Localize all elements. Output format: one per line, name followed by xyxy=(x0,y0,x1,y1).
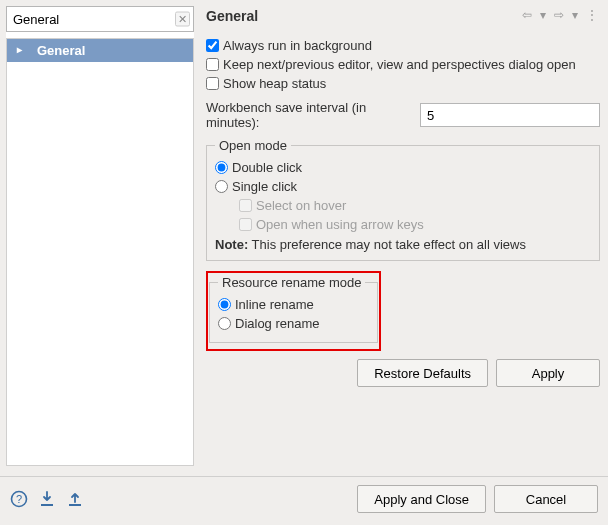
open-mode-legend: Open mode xyxy=(215,138,291,153)
sidebar: ✕ ▸ General xyxy=(6,6,194,466)
select-hover-row: Select on hover xyxy=(239,197,591,214)
cancel-button[interactable]: Cancel xyxy=(494,485,598,513)
restore-defaults-button[interactable]: Restore Defaults xyxy=(357,359,488,387)
settings-body: Always run in background Keep next/previ… xyxy=(206,34,600,476)
forward-icon[interactable]: ⇨ xyxy=(552,8,566,22)
chevron-right-icon: ▸ xyxy=(17,44,22,55)
view-menu-icon[interactable]: ⋮ xyxy=(584,8,600,22)
help-icon[interactable]: ? xyxy=(10,490,28,508)
local-button-row: Restore Defaults Apply xyxy=(206,351,600,387)
keep-dialog-checkbox[interactable] xyxy=(206,58,219,71)
select-hover-label: Select on hover xyxy=(256,197,346,214)
keep-dialog-row[interactable]: Keep next/previous editor, view and pers… xyxy=(206,56,600,73)
apply-button[interactable]: Apply xyxy=(496,359,600,387)
open-arrow-checkbox xyxy=(239,218,252,231)
main-area: ✕ ▸ General General ⇦ ▾ ⇨ ▾ ⋮ xyxy=(0,0,608,476)
back-menu-icon[interactable]: ▾ xyxy=(538,8,548,22)
single-click-label: Single click xyxy=(232,178,297,195)
double-click-label: Double click xyxy=(232,159,302,176)
double-click-row[interactable]: Double click xyxy=(215,159,591,176)
show-heap-checkbox[interactable] xyxy=(206,77,219,90)
back-icon[interactable]: ⇦ xyxy=(520,8,534,22)
category-tree[interactable]: ▸ General xyxy=(6,38,194,466)
always-run-bg-row[interactable]: Always run in background xyxy=(206,37,600,54)
preferences-window: ✕ ▸ General General ⇦ ▾ ⇨ ▾ ⋮ xyxy=(0,0,608,525)
bottom-bar: ? Apply and Close Cancel xyxy=(0,476,608,525)
select-hover-checkbox xyxy=(239,199,252,212)
single-click-row[interactable]: Single click xyxy=(215,178,591,195)
dialog-button-row: Apply and Close Cancel xyxy=(357,485,598,513)
import-icon[interactable] xyxy=(38,490,56,508)
rename-mode-legend: Resource rename mode xyxy=(218,275,365,290)
save-interval-label: Workbench save interval (in minutes): xyxy=(206,100,414,130)
show-heap-label: Show heap status xyxy=(223,75,326,92)
page-title: General xyxy=(206,8,258,24)
tree-item-label: General xyxy=(37,43,85,58)
content-pane: General ⇦ ▾ ⇨ ▾ ⋮ Always run in backgrou… xyxy=(200,0,608,476)
inline-rename-label: Inline rename xyxy=(235,296,314,313)
open-mode-note: Note: This preference may not take effec… xyxy=(215,237,591,252)
tree-item-general[interactable]: ▸ General xyxy=(7,39,193,62)
inline-rename-row[interactable]: Inline rename xyxy=(218,296,369,313)
filter-search-wrap: ✕ xyxy=(6,6,194,32)
header-toolbar: ⇦ ▾ ⇨ ▾ ⋮ xyxy=(520,8,600,22)
always-run-bg-checkbox[interactable] xyxy=(206,39,219,52)
open-mode-group: Open mode Double click Single click Sele… xyxy=(206,138,600,261)
dialog-rename-row[interactable]: Dialog rename xyxy=(218,315,369,332)
save-interval-row: Workbench save interval (in minutes): xyxy=(206,100,600,130)
save-interval-input[interactable] xyxy=(420,103,600,127)
show-heap-row[interactable]: Show heap status xyxy=(206,75,600,92)
content-header: General ⇦ ▾ ⇨ ▾ ⋮ xyxy=(206,6,600,24)
inline-rename-radio[interactable] xyxy=(218,298,231,311)
always-run-bg-label: Always run in background xyxy=(223,37,372,54)
open-arrow-row: Open when using arrow keys xyxy=(239,216,591,233)
filter-search-input[interactable] xyxy=(6,6,194,32)
clear-search-icon[interactable]: ✕ xyxy=(175,12,190,27)
keep-dialog-label: Keep next/previous editor, view and pers… xyxy=(223,56,576,73)
double-click-radio[interactable] xyxy=(215,161,228,174)
note-prefix: Note: xyxy=(215,237,248,252)
open-arrow-label: Open when using arrow keys xyxy=(256,216,424,233)
apply-close-button[interactable]: Apply and Close xyxy=(357,485,486,513)
dialog-rename-radio[interactable] xyxy=(218,317,231,330)
export-icon[interactable] xyxy=(66,490,84,508)
forward-menu-icon[interactable]: ▾ xyxy=(570,8,580,22)
note-text: This preference may not take effect on a… xyxy=(248,237,526,252)
svg-text:?: ? xyxy=(16,493,22,505)
dialog-rename-label: Dialog rename xyxy=(235,315,320,332)
bottom-toolbar: ? xyxy=(10,490,84,508)
single-click-radio[interactable] xyxy=(215,180,228,193)
rename-mode-highlight: Resource rename mode Inline rename Dialo… xyxy=(206,271,381,351)
rename-mode-group: Resource rename mode Inline rename Dialo… xyxy=(209,275,378,343)
